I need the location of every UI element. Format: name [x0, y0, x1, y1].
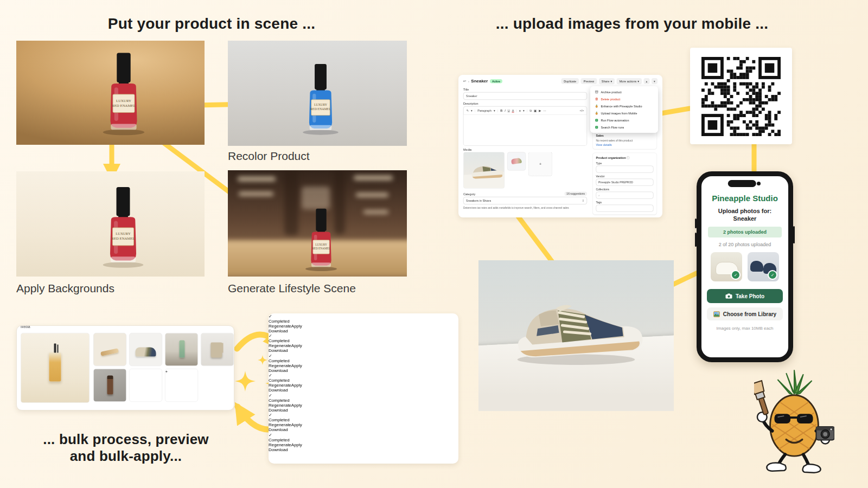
more-actions-button[interactable]: More actions▾	[617, 78, 642, 85]
phone-photo-white-sneaker[interactable]: ✓	[711, 252, 742, 281]
tags-input[interactable]	[596, 205, 654, 212]
type-input[interactable]	[596, 166, 654, 173]
apply-button[interactable]: Apply	[291, 442, 302, 447]
status-completed-badge: Completed	[269, 338, 290, 343]
bold-icon[interactable]: B	[500, 109, 502, 112]
qr-card	[690, 48, 792, 144]
add-media-tile[interactable]: +	[528, 152, 552, 176]
media-thumb-green-bottle[interactable]	[165, 333, 198, 366]
status-completed-badge: Completed	[269, 358, 290, 363]
prev-product-button[interactable]: ▴	[644, 78, 650, 84]
apply-button[interactable]: Apply	[291, 343, 302, 348]
category-suggestions-badge[interactable]: 16 suggestions	[564, 192, 587, 196]
media-thumb-duffel[interactable]	[129, 369, 162, 402]
download-link[interactable]: Download	[269, 447, 363, 452]
regenerate-button[interactable]: Regenerate	[269, 442, 291, 447]
checkbox-checked[interactable]: ✓	[269, 354, 272, 358]
apply-button[interactable]: Apply	[291, 363, 302, 368]
download-link[interactable]: Download	[269, 408, 363, 413]
menu-item-enhance-pineapple[interactable]: Enhance with Pineapple Studio	[592, 102, 656, 110]
insert-video-icon[interactable]: ▶	[539, 109, 541, 113]
back-icon[interactable]: ↩	[463, 79, 466, 84]
collections-label: Collections	[596, 188, 654, 191]
bottle-label: LUXURY	[116, 232, 131, 235]
download-link[interactable]: Download	[269, 368, 363, 373]
apply-button[interactable]: Apply	[291, 422, 302, 427]
insert-image-icon[interactable]: ▣	[534, 109, 537, 113]
menu-item-delete-product[interactable]: Delete product	[592, 95, 656, 102]
checkbox-checked[interactable]: ✓	[269, 393, 272, 398]
sneaker-illustration	[507, 286, 646, 368]
italic-icon[interactable]: I	[505, 109, 506, 112]
heading-bulk: ... bulk process, preview and bulk-apply…	[7, 431, 245, 465]
paragraph-style-dropdown[interactable]: Paragraph	[477, 109, 492, 112]
checkbox-checked[interactable]: ✓	[269, 413, 272, 418]
apply-button[interactable]: Apply	[291, 383, 302, 388]
view-details-link[interactable]: View details	[596, 143, 654, 146]
apply-button[interactable]: Apply	[291, 324, 302, 329]
check-icon: ✓	[731, 270, 741, 280]
share-button[interactable]: Share▾	[599, 78, 615, 85]
title-input[interactable]	[463, 92, 587, 100]
underline-icon[interactable]: U	[508, 109, 510, 112]
alignment-icon[interactable]: ≡	[519, 109, 521, 112]
checkbox-checked[interactable]: ✓	[269, 333, 272, 338]
phone-photo-navy-sneakers[interactable]: ✓	[748, 252, 779, 281]
media-thumb-jug[interactable]	[201, 333, 234, 366]
next-product-button[interactable]: ▾	[652, 78, 658, 84]
image-icon	[713, 311, 720, 317]
regenerate-button[interactable]: Regenerate	[269, 343, 291, 348]
media-thumbnail-sneaker-pink[interactable]	[507, 152, 526, 171]
regenerate-button[interactable]: Regenerate	[269, 403, 291, 408]
stepper-icon: ⇕	[582, 199, 584, 203]
code-view-icon[interactable]: </>	[580, 109, 584, 112]
pineapple-icon	[595, 104, 598, 108]
plus-icon: +	[165, 369, 168, 374]
info-icon[interactable]: ⓘ	[627, 156, 630, 159]
menu-item-search-flow[interactable]: Search Flow runs	[592, 124, 656, 131]
add-media-tile[interactable]: +	[165, 369, 198, 402]
collections-input[interactable]: ⌕	[596, 192, 654, 199]
pencil-icon[interactable]: ✎	[467, 109, 469, 113]
sneaker-mini-photo	[464, 152, 505, 188]
apply-button[interactable]: Apply	[291, 403, 302, 408]
media-thumb-brown-bottle[interactable]	[93, 369, 126, 402]
checkbox-checked[interactable]: ✓	[269, 373, 272, 378]
vendor-input[interactable]: Pineapple Studio PREPROD	[596, 179, 654, 186]
media-thumb-brush[interactable]	[93, 333, 126, 366]
media-label: Media	[463, 148, 587, 151]
media-thumbnail-sneaker-table[interactable]	[463, 152, 505, 189]
description-textarea[interactable]	[464, 115, 587, 145]
more-formatting-icon[interactable]: ⋯	[544, 109, 547, 113]
description-editor[interactable]: ✎▾ | Paragraph▾ | B I U A | ≡▾ | ⧉	[463, 106, 587, 146]
duplicate-button[interactable]: Duplicate	[561, 78, 579, 84]
download-link[interactable]: Download	[269, 348, 363, 353]
regenerate-button[interactable]: Regenerate	[269, 383, 291, 388]
regenerate-button[interactable]: Regenerate	[269, 422, 291, 427]
choose-from-library-button[interactable]: Choose from Library	[707, 307, 783, 320]
download-link[interactable]: Download	[269, 388, 363, 393]
download-link[interactable]: Download	[269, 329, 363, 333]
phone-notch	[728, 180, 756, 187]
menu-item-run-flow[interactable]: Run Flow automation	[592, 117, 656, 124]
text-color-icon[interactable]: A	[512, 109, 514, 113]
link-icon[interactable]: ⧉	[529, 109, 532, 113]
category-select[interactable]: Sneakers in Shoes ⇕	[463, 197, 587, 204]
phone-upload-banner: 2 photos uploaded	[708, 227, 782, 237]
product-organization-label: Product organization ⓘ	[596, 156, 654, 160]
media-thumb-sneaker[interactable]	[129, 333, 162, 366]
photo-sneaker-large	[478, 260, 674, 411]
checkbox-checked[interactable]: ✓	[269, 314, 272, 319]
regenerate-button[interactable]: Regenerate	[269, 324, 291, 329]
download-link[interactable]: Download	[269, 427, 363, 432]
heading-mobile: ... upload images from your mobile ...	[469, 15, 795, 33]
media-thumb-pump-bottle[interactable]	[21, 333, 90, 403]
menu-item-upload-from-mobile[interactable]: Upload images from Mobile	[592, 110, 656, 117]
media-panel-label: Media	[21, 326, 234, 329]
preview-button[interactable]: Preview	[581, 78, 597, 84]
checkbox-checked[interactable]: ✓	[269, 433, 272, 438]
regenerate-button[interactable]: Regenerate	[269, 363, 291, 368]
take-photo-button[interactable]: Take Photo	[707, 289, 783, 303]
camera-icon	[725, 293, 732, 299]
menu-item-archive-product[interactable]: Archive product	[592, 88, 656, 95]
